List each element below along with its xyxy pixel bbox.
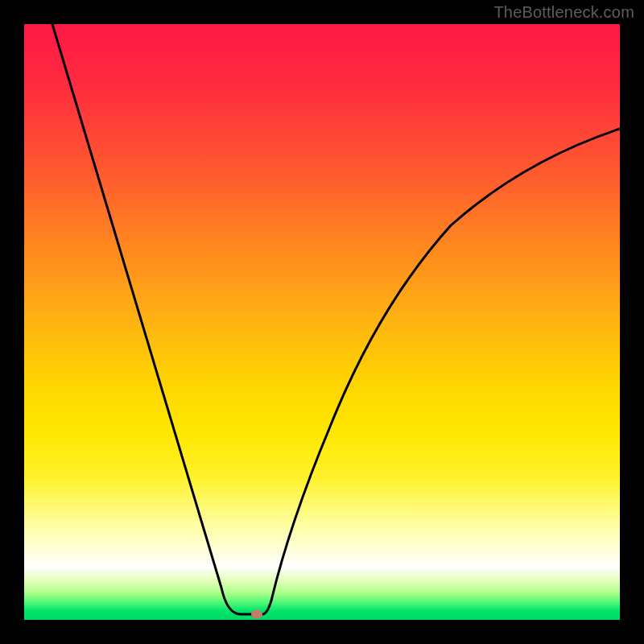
bottleneck-curve	[24, 24, 620, 620]
plot-area	[24, 24, 620, 620]
optimal-point-marker	[251, 610, 262, 619]
watermark-text: TheBottleneck.com	[493, 3, 634, 22]
curve-path	[52, 24, 620, 614]
chart-frame: TheBottleneck.com	[0, 0, 644, 644]
